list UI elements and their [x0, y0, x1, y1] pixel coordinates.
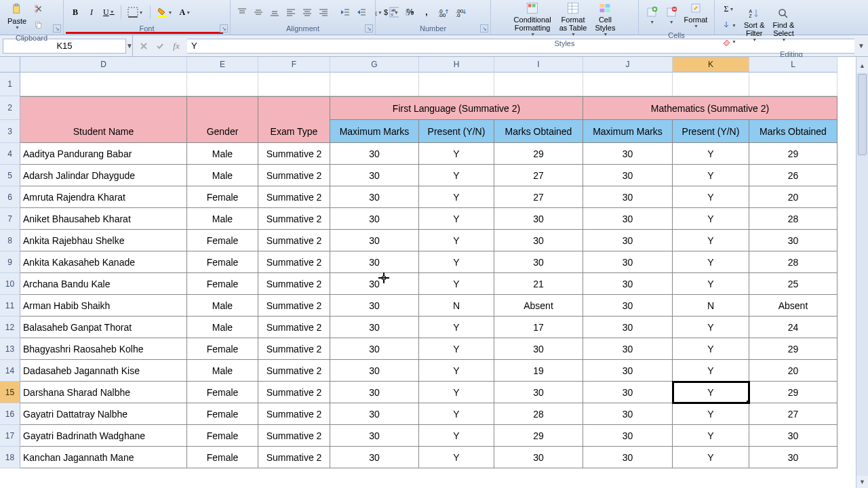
cell-fl-max[interactable]: 30	[330, 403, 419, 425]
autosum-button[interactable]: Σ▼	[722, 1, 737, 16]
cell-fl-marks[interactable]: 30	[494, 447, 583, 468]
cell[interactable]	[494, 73, 583, 96]
cell-fl-max[interactable]: 30	[330, 447, 419, 468]
cell-ma-marks[interactable]: 26	[749, 165, 837, 186]
cell-ma-present[interactable]: Y	[673, 338, 749, 360]
italic-button[interactable]: I	[84, 5, 99, 20]
cell-exam[interactable]: Summative 2	[258, 143, 330, 165]
cell[interactable]	[749, 73, 837, 96]
header-student[interactable]	[20, 96, 187, 120]
cell-fl-present[interactable]: Y	[419, 251, 494, 273]
cell-exam[interactable]: Summative 2	[258, 295, 330, 317]
cell-ma-present[interactable]: Y	[673, 273, 749, 295]
clear-button[interactable]: ▼	[719, 34, 739, 49]
cell-gender[interactable]: Female	[187, 338, 258, 360]
cell-fl-max[interactable]: 30	[330, 360, 419, 382]
cell-fl-present[interactable]: Y	[419, 143, 494, 165]
cell-ma-marks[interactable]: 30	[749, 230, 837, 251]
cell-exam[interactable]: Summative 2	[258, 425, 330, 447]
cell-fl-present[interactable]: Y	[419, 208, 494, 230]
cell[interactable]	[419, 73, 494, 96]
cell-ma-present[interactable]: Y	[673, 403, 749, 425]
cell-ma-present[interactable]: Y	[673, 447, 749, 468]
clipboard-dialog-launcher[interactable]: ↘	[53, 24, 61, 33]
row-header-6[interactable]: 6	[0, 186, 20, 208]
cell-fl-marks[interactable]: 29	[494, 425, 583, 447]
increase-decimal-button[interactable]: .0.00	[435, 5, 452, 20]
cell-ma-max[interactable]: 30	[583, 295, 673, 317]
decrease-indent-button[interactable]	[338, 5, 353, 20]
cell-fl-max[interactable]: 30	[330, 186, 419, 208]
header-gender[interactable]	[187, 96, 258, 120]
cell-fl-marks[interactable]: 17	[494, 317, 583, 338]
cell-ma-max[interactable]: 30	[583, 360, 673, 382]
cell-ma-marks[interactable]: 29	[749, 143, 837, 165]
cell-exam[interactable]: Summative 2	[258, 403, 330, 425]
row-header-17[interactable]: 17	[0, 425, 20, 447]
row-header-15[interactable]: 15	[0, 382, 20, 403]
row-header-16[interactable]: 16	[0, 403, 20, 425]
cell[interactable]	[187, 73, 258, 96]
cell-gender[interactable]: Female	[187, 403, 258, 425]
cell-ma-max[interactable]: 30	[583, 382, 673, 403]
scroll-track[interactable]	[856, 73, 868, 476]
percent-button[interactable]: %	[403, 5, 418, 20]
cell-fl-marks[interactable]: 27	[494, 186, 583, 208]
cell-ma-present[interactable]: Y	[673, 317, 749, 338]
cell-gender[interactable]: Male	[187, 295, 258, 317]
align-top-button[interactable]	[235, 5, 250, 20]
cell-ma-present[interactable]: Y	[673, 382, 749, 403]
cell-name[interactable]: Gayatri Dattatray Nalbhe	[20, 403, 187, 425]
number-dialog-launcher[interactable]: ↘	[480, 24, 488, 33]
comma-button[interactable]: ,	[419, 5, 434, 20]
column-header-K[interactable]: K	[673, 57, 749, 73]
cell-name[interactable]: Dadasaheb Jagannath Kise	[20, 360, 187, 382]
row-header-13[interactable]: 13	[0, 338, 20, 360]
cell-fl-marks[interactable]: 29	[494, 143, 583, 165]
row-header-4[interactable]: 4	[0, 143, 20, 165]
cell-fl-present[interactable]: Y	[419, 186, 494, 208]
cell-fl-max[interactable]: 30	[330, 295, 419, 317]
cell-exam[interactable]: Summative 2	[258, 165, 330, 186]
fill-button[interactable]: ▼	[719, 18, 739, 33]
column-header-G[interactable]: G	[330, 57, 419, 73]
cell-ma-present[interactable]: Y	[673, 143, 749, 165]
cell-fl-marks[interactable]: 27	[494, 165, 583, 186]
cell-ma-present[interactable]: Y	[673, 186, 749, 208]
column-header-L[interactable]: L	[749, 57, 837, 73]
cell-ma-max[interactable]: 30	[583, 425, 673, 447]
cell-exam[interactable]: Summative 2	[258, 230, 330, 251]
align-left-button[interactable]	[283, 5, 298, 20]
header-gender[interactable]: Gender	[187, 120, 258, 143]
header-marks-ma[interactable]: Marks Obtained	[749, 120, 837, 143]
header-examtype[interactable]: Exam Type	[258, 120, 330, 143]
cell-gender[interactable]: Female	[187, 425, 258, 447]
cell-ma-marks[interactable]: 30	[749, 447, 837, 468]
cell-ma-marks[interactable]: 29	[749, 382, 837, 403]
header-marks-fl[interactable]: Marks Obtained	[494, 120, 583, 143]
cell-ma-max[interactable]: 30	[583, 165, 673, 186]
row-header-18[interactable]: 18	[0, 447, 20, 468]
cell-ma-marks[interactable]: 28	[749, 251, 837, 273]
column-header-F[interactable]: F	[258, 57, 330, 73]
fill-color-button[interactable]: ▼	[154, 5, 176, 20]
row-header-9[interactable]: 9	[0, 251, 20, 273]
cell-ma-marks[interactable]: 28	[749, 208, 837, 230]
find-select-button[interactable]: Find & Select▼	[770, 7, 798, 43]
bold-button[interactable]: B	[68, 5, 83, 20]
insert-cells-button[interactable]: ▼	[643, 5, 661, 26]
enter-formula-button[interactable]	[153, 39, 167, 53]
cell-ma-max[interactable]: 30	[583, 338, 673, 360]
cell-ma-present[interactable]: Y	[673, 360, 749, 382]
cell-name[interactable]: Kanchan Jagannath Mane	[20, 447, 187, 468]
header-present-ma[interactable]: Present (Y/N)	[673, 120, 749, 143]
header-present-fl[interactable]: Present (Y/N)	[419, 120, 494, 143]
cell-ma-max[interactable]: 30	[583, 317, 673, 338]
cell-name[interactable]: Adarsh Jalindar Dhaygude	[20, 165, 187, 186]
cell-ma-marks[interactable]: 20	[749, 360, 837, 382]
cell-fl-present[interactable]: Y	[419, 360, 494, 382]
row-header-5[interactable]: 5	[0, 165, 20, 186]
format-as-table-button[interactable]: Format as Table▼	[556, 1, 591, 38]
header-examtype[interactable]	[258, 96, 330, 120]
cell-ma-marks[interactable]: 29	[749, 338, 837, 360]
